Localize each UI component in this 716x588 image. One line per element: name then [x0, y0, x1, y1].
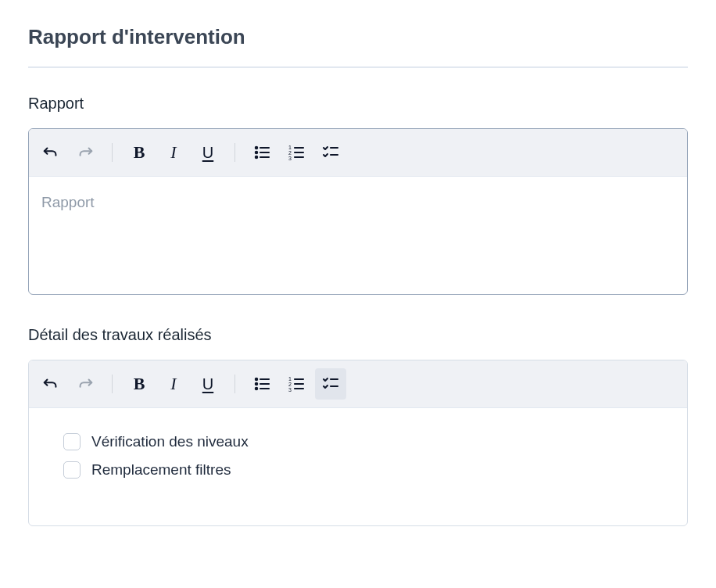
bullet-list-button[interactable]: [246, 137, 277, 168]
svg-text:2: 2: [288, 150, 292, 156]
bullet-list-button[interactable]: [246, 368, 277, 400]
italic-icon: I: [170, 142, 176, 163]
redo-icon: [77, 375, 94, 393]
underline-button[interactable]: U: [192, 137, 224, 168]
number-list-button[interactable]: 123: [281, 368, 312, 400]
bullet-list-icon: [252, 143, 271, 162]
svg-point-1: [256, 152, 257, 153]
checklist: Vérification des niveaux Remplacement fi…: [41, 425, 675, 479]
underline-button[interactable]: U: [192, 368, 224, 400]
checklist-item-label: Remplacement filtres: [91, 461, 231, 479]
svg-point-2: [256, 156, 257, 158]
svg-text:3: 3: [288, 156, 292, 161]
number-list-button[interactable]: 123: [281, 137, 312, 168]
section-title: Rapport d'intervention: [28, 25, 688, 68]
bold-icon: B: [134, 374, 145, 394]
svg-point-16: [256, 388, 257, 389]
number-list-icon: 123: [287, 375, 306, 393]
number-list-icon: 123: [287, 143, 306, 162]
svg-point-15: [256, 383, 257, 385]
toolbar-separator: [234, 143, 235, 162]
list-item: Remplacement filtres: [63, 461, 675, 479]
toolbar-separator: [112, 143, 113, 162]
check-list-button[interactable]: [315, 137, 346, 168]
toolbar-separator: [112, 375, 113, 393]
bold-button[interactable]: B: [124, 368, 155, 400]
svg-text:1: 1: [288, 145, 292, 150]
italic-button[interactable]: I: [158, 137, 189, 168]
detail-label: Détail des travaux réalisés: [28, 326, 688, 344]
check-list-icon: [321, 143, 340, 162]
redo-button[interactable]: [70, 137, 101, 168]
rapport-label: Rapport: [28, 95, 688, 113]
svg-text:3: 3: [288, 387, 292, 393]
undo-button[interactable]: [35, 368, 66, 400]
toolbar-separator: [234, 375, 235, 393]
bullet-list-icon: [252, 375, 271, 393]
checkbox[interactable]: [63, 461, 81, 479]
check-list-button[interactable]: [315, 368, 346, 400]
italic-button[interactable]: I: [158, 368, 189, 400]
checkbox[interactable]: [63, 433, 81, 450]
svg-text:2: 2: [288, 382, 292, 387]
detail-toolbar: B I U 123: [29, 360, 687, 408]
rapport-toolbar: B I U 123: [29, 129, 687, 177]
checklist-item-label: Vérification des niveaux: [91, 433, 249, 450]
underline-icon: U: [202, 144, 213, 162]
rapport-editor: B I U 123 Rapport: [28, 128, 688, 295]
bold-icon: B: [134, 142, 145, 163]
check-list-icon: [321, 375, 340, 393]
undo-button[interactable]: [35, 137, 66, 168]
undo-icon: [42, 144, 59, 161]
undo-icon: [42, 375, 59, 393]
svg-point-14: [256, 378, 257, 380]
italic-icon: I: [170, 374, 176, 394]
bold-button[interactable]: B: [124, 137, 155, 168]
redo-icon: [77, 144, 94, 161]
svg-text:1: 1: [288, 376, 292, 382]
svg-point-0: [256, 147, 257, 149]
detail-editor: B I U 123 Vérification des niveaux Rempl…: [28, 360, 688, 526]
rapport-textarea[interactable]: Rapport: [29, 177, 687, 294]
underline-icon: U: [202, 375, 213, 393]
detail-textarea[interactable]: Vérification des niveaux Remplacement fi…: [29, 408, 687, 525]
redo-button[interactable]: [70, 368, 101, 400]
list-item: Vérification des niveaux: [63, 433, 675, 450]
